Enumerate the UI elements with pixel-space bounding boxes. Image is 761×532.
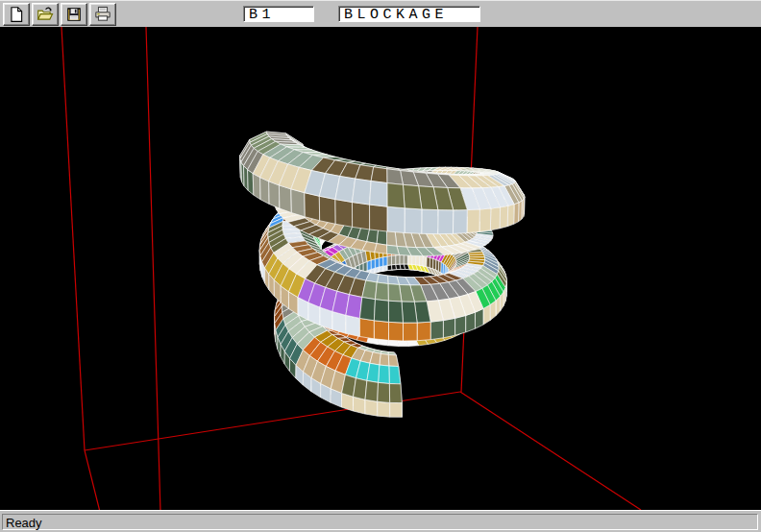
printer-icon (93, 6, 112, 23)
open-folder-icon (36, 6, 55, 23)
new-document-icon (8, 6, 25, 23)
block-name-field[interactable] (338, 6, 480, 22)
status-message: Ready (2, 514, 758, 530)
save-button[interactable] (61, 3, 87, 26)
new-button[interactable] (3, 3, 30, 26)
statusbar: Ready (0, 510, 761, 532)
save-floppy-icon (65, 6, 83, 23)
viewport-3d[interactable] (0, 27, 761, 510)
open-button[interactable] (32, 3, 59, 26)
block-id-field[interactable] (243, 6, 314, 22)
toolbar (0, 0, 761, 27)
app-window: { "window": { "chrome_color": "#c0c0c0" … (0, 0, 761, 532)
print-button[interactable] (89, 3, 116, 26)
